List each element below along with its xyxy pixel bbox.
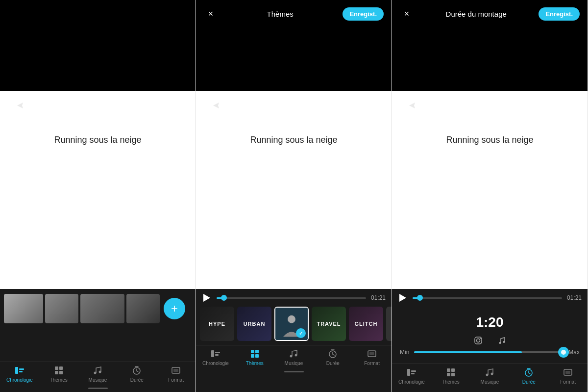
header-title-3: Durée du montage: [414, 10, 539, 18]
arrow-icon-2: [211, 101, 225, 110]
project-title-1: Running sous la neige: [54, 135, 141, 145]
svg-rect-20: [255, 354, 259, 358]
progress-dot-2: [221, 295, 227, 301]
tab-label-themes-1: Thèmes: [50, 377, 68, 383]
themes-icon-1: [53, 365, 64, 376]
add-clip-button[interactable]: +: [164, 298, 185, 319]
time-label-2: 01:21: [371, 294, 386, 301]
tab-label-chronologie-1: Chronologie: [6, 377, 33, 383]
arrow-icon-1: [15, 101, 29, 110]
duree-icon-1: [131, 365, 142, 376]
duration-value: 1:20: [400, 314, 580, 330]
theme-card-glitch[interactable]: GLITCH: [349, 307, 383, 341]
progress-track-2[interactable]: [217, 297, 366, 299]
clip-thumb-4[interactable]: [126, 294, 160, 323]
tab-format-1[interactable]: Format: [161, 365, 191, 383]
tab-format-3[interactable]: Format: [553, 367, 583, 385]
tab-musique-3[interactable]: Musique: [475, 367, 504, 385]
clip-thumb-1[interactable]: [4, 294, 43, 323]
tab-chronologie-1[interactable]: Chronologie: [5, 365, 34, 383]
save-button-2[interactable]: Enregist.: [343, 7, 384, 21]
scroll-indicator-1: [88, 388, 108, 389]
middle-area-1: Running sous la neige: [0, 91, 196, 289]
player-bar-3: 01:21: [392, 289, 588, 307]
tab-themes-2[interactable]: Thèmes: [240, 348, 270, 366]
theme-card-selected[interactable]: ✓: [274, 307, 309, 341]
scroll-indicator-2: [284, 371, 304, 372]
chronologie-icon-3: [406, 367, 417, 378]
musique-icon-2: [288, 348, 299, 359]
video-area-1: [0, 0, 196, 91]
tab-musique-2[interactable]: Musique: [279, 348, 308, 366]
duration-content: 1:20: [392, 307, 588, 364]
bottom-panel-3: 01:21 1:20: [392, 289, 588, 392]
tab-duree-1[interactable]: Durée: [122, 365, 151, 383]
clip-thumb-2[interactable]: [45, 294, 78, 323]
instagram-icon: [474, 336, 483, 347]
svg-point-31: [561, 350, 566, 355]
arrow-icon-3: [407, 101, 421, 110]
slider-thumb[interactable]: [558, 347, 569, 358]
svg-rect-26: [475, 337, 482, 344]
theme-card-travel[interactable]: TRAVEL: [312, 307, 346, 341]
theme-hype-bg: HYPE: [200, 307, 234, 341]
svg-rect-38: [451, 373, 455, 376]
tab-label-musique-1: Musique: [89, 377, 107, 383]
tab-bar-3: Chronologie Thèmes Musique Durée: [392, 364, 588, 390]
svg-rect-32: [407, 369, 410, 376]
save-button-3[interactable]: Enregist.: [539, 7, 580, 21]
clip-thumb-3[interactable]: [80, 294, 124, 323]
tab-themes-1[interactable]: Thèmes: [44, 365, 74, 383]
svg-rect-6: [59, 371, 63, 374]
svg-point-8: [99, 371, 101, 373]
tab-themes-3[interactable]: Thèmes: [436, 367, 466, 385]
tab-label-musique-3: Musique: [481, 379, 499, 385]
svg-rect-36: [451, 368, 455, 372]
svg-rect-0: [15, 367, 18, 374]
tab-chronologie-3[interactable]: Chronologie: [397, 367, 426, 385]
panel-3: × Durée du montage Enregist. Running sou…: [392, 0, 588, 392]
tab-duree-2[interactable]: Durée: [318, 348, 347, 366]
play-button-3[interactable]: [398, 293, 408, 303]
close-button-2[interactable]: ×: [204, 7, 218, 21]
format-icon-3: [563, 367, 573, 378]
svg-rect-34: [411, 373, 415, 374]
play-button-2[interactable]: [202, 293, 212, 303]
themes-icon-2: [249, 348, 260, 359]
tab-label-chronologie-2: Chronologie: [202, 361, 229, 366]
tab-chronologie-2[interactable]: Chronologie: [201, 348, 230, 366]
svg-rect-43: [565, 371, 570, 374]
svg-point-30: [503, 341, 505, 343]
video-area-2: × Thèmes Enregist.: [196, 0, 392, 91]
tab-musique-1[interactable]: Musique: [83, 365, 112, 383]
tab-duree-3[interactable]: Durée: [514, 367, 543, 385]
svg-rect-2: [19, 371, 23, 372]
svg-rect-14: [211, 350, 214, 357]
duree-icon-2: [327, 348, 338, 359]
theme-more-button[interactable]: ›: [386, 307, 392, 341]
tab-label-duree-2: Durée: [326, 361, 340, 366]
theme-card-urban[interactable]: URBAN: [237, 307, 271, 341]
progress-track-3[interactable]: [413, 297, 562, 299]
svg-point-29: [499, 342, 501, 344]
themes-icon-3: [445, 367, 456, 378]
theme-check-icon: ✓: [296, 328, 306, 338]
format-icon-2: [367, 348, 377, 359]
close-button-3[interactable]: ×: [400, 7, 414, 21]
theme-travel-bg: TRAVEL: [312, 307, 346, 341]
svg-point-7: [94, 372, 97, 374]
theme-urban-bg: URBAN: [237, 307, 271, 341]
chronologie-icon-2: [210, 348, 221, 359]
header-title-2: Thèmes: [218, 10, 343, 18]
svg-point-21: [290, 355, 293, 358]
tab-format-2[interactable]: Format: [357, 348, 387, 366]
tab-label-duree-3: Durée: [522, 379, 536, 385]
time-label-3: 01:21: [567, 294, 582, 301]
tab-label-chronologie-3: Chronologie: [398, 379, 425, 385]
header-bar-2: × Thèmes Enregist.: [196, 7, 392, 21]
music-note-icon: [497, 336, 506, 347]
slider-icons-row: [400, 336, 580, 347]
theme-card-hype[interactable]: HYPE: [200, 307, 234, 341]
duration-slider[interactable]: [414, 351, 564, 353]
header-bar-3: × Durée du montage Enregist.: [392, 7, 588, 21]
